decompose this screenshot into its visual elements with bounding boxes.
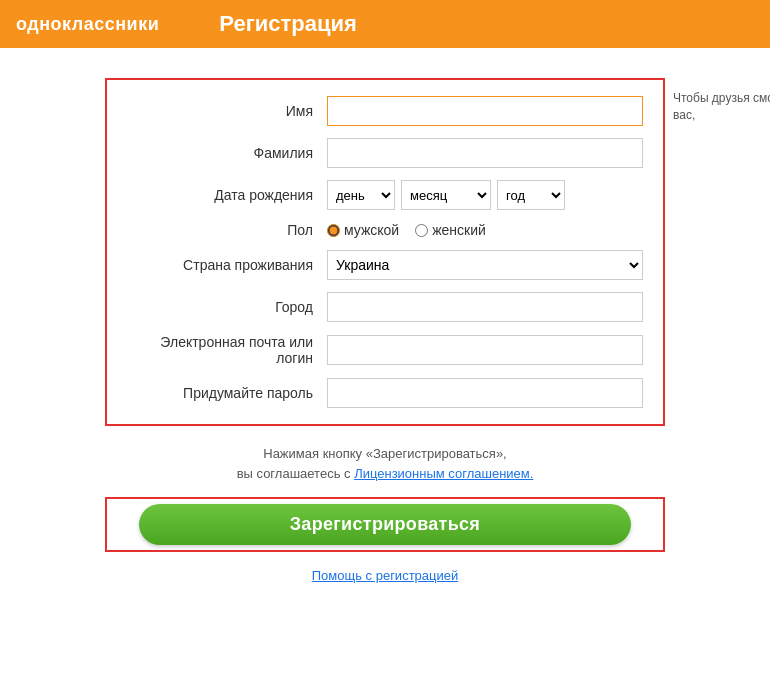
email-input[interactable] [327, 335, 643, 365]
terms-text-line1: Нажимая кнопку «Зарегистрироваться», [263, 446, 506, 461]
city-input[interactable] [327, 292, 643, 322]
header: одноклассники Регистрация [0, 0, 770, 48]
dob-day-select[interactable]: день [327, 180, 395, 210]
dob-selects: день месяц год [327, 180, 565, 210]
gender-male-radio[interactable] [327, 224, 340, 237]
register-button[interactable]: Зарегистрироваться [139, 504, 630, 545]
dob-row: Дата рождения день месяц год [127, 180, 643, 210]
register-btn-wrapper: Зарегистрироваться [105, 497, 665, 552]
name-label: Имя [127, 103, 327, 119]
hint-text: Чтобы друзья смогли узнать вас, [673, 90, 770, 124]
terms-text-line2: вы соглашаетесь с [237, 466, 351, 481]
country-label: Страна проживания [127, 257, 327, 273]
registration-form: Чтобы друзья смогли узнать вас, Имя Фами… [105, 78, 665, 426]
help-link[interactable]: Помощь с регистрацией [105, 568, 665, 583]
surname-label: Фамилия [127, 145, 327, 161]
country-row: Страна проживания Украина Россия Беларус… [127, 250, 643, 280]
password-input[interactable] [327, 378, 643, 408]
email-row: Электронная почта или логин [127, 334, 643, 366]
city-row: Город [127, 292, 643, 322]
terms-link[interactable]: Лицензионным соглашением. [354, 466, 533, 481]
email-label: Электронная почта или логин [127, 334, 327, 366]
logo: одноклассники [16, 14, 159, 35]
password-label: Придумайте пароль [127, 385, 327, 401]
password-row: Придумайте пароль [127, 378, 643, 408]
dob-month-select[interactable]: месяц [401, 180, 491, 210]
page-title: Регистрация [219, 11, 357, 37]
gender-label: Пол [127, 222, 327, 238]
main-content: Чтобы друзья смогли узнать вас, Имя Фами… [0, 48, 770, 687]
surname-input[interactable] [327, 138, 643, 168]
surname-row: Фамилия [127, 138, 643, 168]
dob-year-select[interactable]: год [497, 180, 565, 210]
terms-text: Нажимая кнопку «Зарегистрироваться», вы … [105, 444, 665, 483]
city-label: Город [127, 299, 327, 315]
name-input[interactable] [327, 96, 643, 126]
gender-male-label: мужской [344, 222, 399, 238]
gender-options: мужской женский [327, 222, 486, 238]
dob-label: Дата рождения [127, 187, 327, 203]
gender-female-radio[interactable] [415, 224, 428, 237]
gender-female-label: женский [432, 222, 486, 238]
gender-row: Пол мужской женский [127, 222, 643, 238]
name-row: Имя [127, 96, 643, 126]
below-form: Нажимая кнопку «Зарегистрироваться», вы … [105, 444, 665, 583]
country-select[interactable]: Украина Россия Беларусь Казахстан [327, 250, 643, 280]
gender-female-option[interactable]: женский [415, 222, 486, 238]
gender-male-option[interactable]: мужской [327, 222, 399, 238]
